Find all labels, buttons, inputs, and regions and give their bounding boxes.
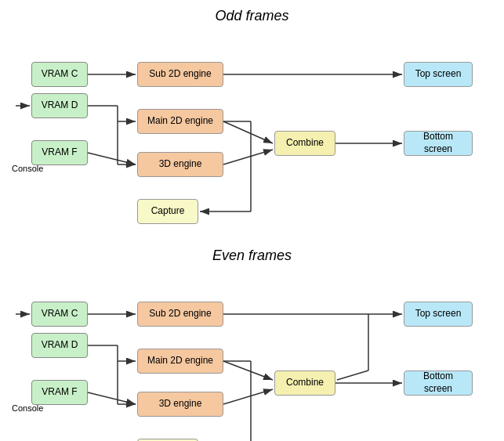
odd-vram-c: VRAM C xyxy=(31,62,88,87)
odd-capture: Capture xyxy=(137,199,198,224)
svg-line-11 xyxy=(223,150,273,164)
svg-line-10 xyxy=(223,121,273,143)
svg-line-24 xyxy=(88,392,136,404)
even-vram-f: VRAM F xyxy=(31,380,88,405)
odd-combine: Combine xyxy=(274,131,335,156)
even-sub2d: Sub 2D engine xyxy=(137,302,223,327)
odd-3d: 3D engine xyxy=(137,152,223,177)
odd-sub2d: Sub 2D engine xyxy=(137,62,223,87)
odd-main2d: Main 2D engine xyxy=(137,109,223,134)
even-top-screen: Top screen xyxy=(404,302,473,327)
even-console-label: Console xyxy=(12,403,43,413)
even-frames-title: Even frames xyxy=(8,248,496,264)
even-bottom-screen: Bottom screen xyxy=(404,371,473,396)
even-combine: Combine xyxy=(274,371,335,396)
odd-frames-title: Odd frames xyxy=(8,8,496,24)
even-3d: 3D engine xyxy=(137,392,223,417)
odd-bottom-screen: Bottom screen xyxy=(404,131,473,156)
odd-vram-f: VRAM F xyxy=(31,140,88,165)
svg-line-8 xyxy=(88,153,136,164)
svg-line-28 xyxy=(337,371,368,380)
even-main2d: Main 2D engine xyxy=(137,349,223,374)
even-vram-c: VRAM C xyxy=(31,302,88,327)
odd-console-label: Console xyxy=(12,164,43,173)
svg-line-30 xyxy=(223,389,273,404)
svg-line-29 xyxy=(223,361,273,380)
even-vram-d: VRAM D xyxy=(31,333,88,358)
odd-vram-d: VRAM D xyxy=(31,93,88,118)
odd-top-screen: Top screen xyxy=(404,62,473,87)
